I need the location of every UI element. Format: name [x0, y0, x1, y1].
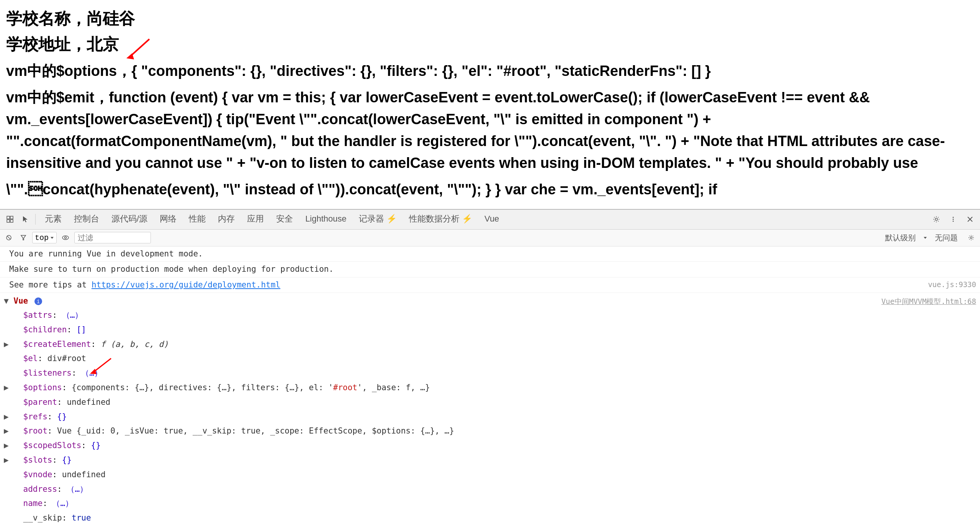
- tab-console[interactable]: 控制台: [68, 209, 105, 229]
- svg-rect-3: [10, 216, 13, 219]
- tree-item-vnode: $vnode: undefined: [4, 468, 976, 482]
- console-settings-button[interactable]: [965, 232, 977, 243]
- vue-tips-link[interactable]: https://vuejs.org/guide/deployment.html: [92, 280, 280, 289]
- console-filter-button[interactable]: [18, 232, 29, 243]
- tab-memory[interactable]: 内存: [212, 209, 241, 229]
- devtools-inspect-button[interactable]: [3, 212, 17, 226]
- console-filter-input[interactable]: [74, 232, 151, 243]
- tab-sources[interactable]: 源代码/源: [105, 209, 154, 229]
- console-clear-button[interactable]: [3, 232, 15, 243]
- tree-item-slots: ▶ $slots: {}: [4, 453, 976, 468]
- vue-object-tree: ▼ Vue i Vue中间MVVM模型.html:68 $attrs: （…） …: [0, 293, 980, 524]
- svg-marker-15: [21, 235, 26, 240]
- console-level-label: 默认级别: [885, 233, 916, 243]
- svg-line-14: [7, 236, 10, 239]
- tree-item-parent: $parent: undefined: [4, 395, 976, 410]
- console-message-1: You are running Vue in development mode.: [0, 246, 980, 262]
- tree-item-name: name: （…）: [4, 496, 976, 511]
- top-label: top: [35, 233, 49, 242]
- tab-network[interactable]: 网络: [154, 209, 183, 229]
- dropdown-arrow-icon: [50, 236, 54, 240]
- tab-performance[interactable]: 性能: [183, 209, 212, 229]
- svg-point-10: [953, 221, 954, 222]
- tab-recorder[interactable]: 记录器 ⚡: [353, 209, 403, 229]
- console-eye-button[interactable]: [60, 232, 71, 243]
- main-content: 学校名称，尚硅谷 学校地址，北京 vm中的$options，{ "compone…: [0, 0, 980, 209]
- red-arrow-annotation: [123, 37, 153, 60]
- svg-rect-5: [10, 220, 13, 222]
- console-context-dropdown[interactable]: top: [32, 232, 57, 243]
- school-address-line: 学校地址，北京: [6, 33, 119, 56]
- vue-label: Vue: [13, 296, 28, 306]
- vm-options-line: vm中的$options，{ "components": {}, "direct…: [6, 60, 974, 82]
- vue-js-reference: vue.js:9330: [928, 279, 976, 290]
- tab-security[interactable]: 安全: [270, 209, 299, 229]
- svg-marker-22: [90, 369, 97, 374]
- tab-application[interactable]: 应用: [241, 209, 270, 229]
- svg-rect-4: [7, 220, 10, 222]
- vm-emit-cont: \"".concat(hyphenate(event), "\" instea…: [6, 179, 974, 200]
- tree-item-listeners: $listeners: （…）: [4, 366, 976, 381]
- svg-line-21: [94, 358, 111, 372]
- tree-item-el: $el: div#root: [4, 352, 976, 366]
- devtools-more-button[interactable]: [946, 212, 960, 226]
- red-arrow-listeners: [88, 356, 115, 376]
- devtools-settings-button[interactable]: [929, 212, 943, 226]
- tree-item-createelement: ▶ $createElement: f (a, b, c, d): [4, 337, 976, 352]
- svg-rect-2: [7, 216, 10, 219]
- devtools-cursor-button[interactable]: [18, 212, 32, 226]
- tree-item-options: ▶ $options: {components: {…}, directives…: [4, 381, 976, 395]
- devtools-toolbar-right: [929, 212, 977, 226]
- tree-item-address: address: （…）: [4, 482, 976, 497]
- tree-item-attrs: $attrs: （…）: [4, 308, 976, 323]
- vue-collapse-arrow[interactable]: ▼: [4, 296, 9, 306]
- devtools-close-button[interactable]: [963, 212, 977, 226]
- devtools-tabs: 元素 控制台 源代码/源 网络 性能 内存 应用 安全 Lighthouse 记…: [39, 209, 928, 229]
- tab-elements[interactable]: 元素: [39, 209, 68, 229]
- svg-point-8: [953, 217, 954, 218]
- devtools-panel: 元素 控制台 源代码/源 网络 性能 内存 应用 安全 Lighthouse 记…: [0, 209, 980, 524]
- school-name-line: 学校名称，尚硅谷: [6, 8, 974, 30]
- svg-point-18: [65, 237, 67, 239]
- console-issues-label: 无问题: [935, 233, 958, 243]
- tree-item-vskip: __v_skip: true: [4, 511, 976, 524]
- console-message-3: See more tips at https://vuejs.org/guide…: [0, 278, 980, 293]
- tab-perf-insights[interactable]: 性能数据分析 ⚡: [403, 209, 478, 229]
- tree-item-refs: ▶ $refs: {}: [4, 410, 976, 424]
- vue-info-badge: i: [34, 297, 42, 305]
- vue-object-header: ▼ Vue i Vue中间MVVM模型.html:68: [4, 294, 976, 308]
- svg-point-7: [935, 218, 937, 220]
- tab-lighthouse[interactable]: Lighthouse: [299, 209, 353, 229]
- console-body: You are running Vue in development mode.…: [0, 246, 980, 524]
- tree-item-children: $children: []: [4, 323, 976, 337]
- console-message-2: Make sure to turn on production mode whe…: [0, 262, 980, 278]
- vm-emit-line: vm中的$emit，function (event) { var vm = th…: [6, 87, 974, 174]
- tree-item-scopedslots: ▶ $scopedSlots: {}: [4, 439, 976, 453]
- svg-point-17: [62, 236, 69, 240]
- devtools-toolbar: 元素 控制台 源代码/源 网络 性能 内存 应用 安全 Lighthouse 记…: [0, 210, 980, 230]
- svg-marker-16: [51, 237, 54, 239]
- vue-source-link[interactable]: Vue中间MVVM模型.html:68: [881, 295, 976, 307]
- svg-point-20: [970, 237, 972, 239]
- svg-point-9: [953, 219, 954, 220]
- svg-marker-19: [924, 237, 927, 239]
- svg-marker-6: [23, 216, 28, 222]
- toolbar-separator: [35, 214, 36, 225]
- tab-vue[interactable]: Vue: [478, 209, 505, 229]
- svg-line-0: [130, 39, 149, 56]
- tree-item-root: ▶ $root: Vue {_uid: 0, _isVue: true, __v…: [4, 424, 976, 439]
- console-toolbar: top 默认级别 无问题: [0, 230, 980, 246]
- level-dropdown-icon: [923, 236, 927, 240]
